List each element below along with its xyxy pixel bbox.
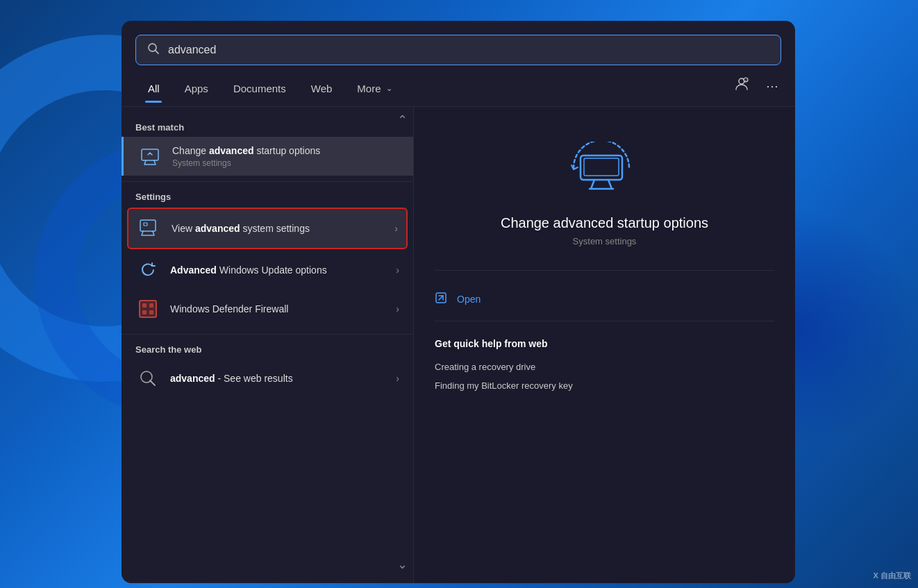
chevron-right-icon-3: › [396,303,399,314]
settings-item-1-title: View advanced system settings [172,222,389,235]
open-action[interactable]: Open [435,285,774,314]
chevron-right-icon-2: › [396,264,399,276]
best-match-text: Change advanced startup options System s… [172,144,399,168]
web-search-icon [135,366,160,391]
chevron-right-icon-4: › [396,373,399,384]
svg-rect-12 [142,310,147,314]
svg-rect-17 [584,158,619,176]
main-content: ⌃ Best match Change advanced startup opt… [122,107,795,583]
tab-more[interactable]: More ⌄ [344,77,404,103]
right-panel-main-icon [570,142,640,197]
tab-all[interactable]: All [135,77,172,103]
firewall-icon [135,296,160,321]
best-match-item[interactable]: Change advanced startup options System s… [122,137,413,176]
tab-documents[interactable]: Documents [221,77,299,103]
help-link-1[interactable]: Creating a recovery drive [435,358,774,376]
search-icon [147,42,160,58]
more-options-icon[interactable]: ⋯ [763,76,781,96]
right-panel-title: Change advanced startup options [435,214,774,232]
watermark: X 自由互联 [874,571,911,581]
svg-rect-7 [144,223,147,226]
svg-rect-13 [149,310,153,314]
startup-options-icon [137,144,162,169]
settings-item-firewall[interactable]: Windows Defender Firewall › [122,289,413,328]
tabs-row: All Apps Documents Web More ⌄ + ⋯ [122,65,795,107]
open-label: Open [457,294,481,305]
left-panel: ⌃ Best match Change advanced startup opt… [122,107,413,583]
best-match-title: Change advanced startup options [172,144,399,157]
best-match-label: Best match [122,118,413,137]
svg-line-15 [150,380,155,385]
quick-help-label: Get quick help from web [435,338,774,349]
chevron-right-icon-1: › [394,223,398,234]
search-web-title: advanced - See web results [170,372,390,385]
svg-text:+: + [744,78,747,83]
system-settings-icon [137,216,162,241]
start-menu: advanced All Apps Documents Web More ⌄ +… [122,21,795,583]
chevron-down-icon: ⌄ [386,84,392,93]
windows-update-icon [135,258,160,283]
svg-rect-6 [140,220,156,231]
search-web-label: Search the web [122,340,413,359]
svg-line-19 [439,296,443,300]
tab-action-icons: + ⋯ [731,74,781,106]
scroll-up-indicator: ⌃ [397,112,408,128]
right-panel-subtitle: System settings [435,236,774,246]
svg-rect-8 [140,301,156,317]
right-icon-area [435,128,774,214]
right-panel: Change advanced startup options System s… [413,107,795,583]
right-divider [435,270,774,271]
svg-rect-5 [142,149,158,160]
tab-apps[interactable]: Apps [172,77,221,103]
tab-web[interactable]: Web [299,77,345,103]
settings-item-view-advanced[interactable]: View advanced system settings › [127,208,408,249]
search-container: advanced [122,21,795,65]
search-input-value: advanced [168,44,769,56]
scroll-down-indicator: ⌄ [397,557,408,572]
settings-item-windows-update[interactable]: Advanced Windows Update options › [122,251,413,289]
open-icon [435,292,447,307]
settings-item-1-text: View advanced system settings [172,222,389,235]
settings-label: Settings [122,187,413,206]
best-match-subtitle: System settings [172,158,399,168]
svg-line-1 [156,51,159,54]
settings-item-2-text: Advanced Windows Update options [170,264,390,276]
divider-2 [122,334,413,335]
divider-1 [122,181,413,182]
right-divider-2 [435,321,774,321]
settings-item-3-title: Windows Defender Firewall [170,303,390,315]
svg-rect-10 [142,303,147,308]
settings-item-3-text: Windows Defender Firewall [170,303,390,315]
search-web-item[interactable]: advanced - See web results › [122,359,413,398]
help-link-2[interactable]: Finding my BitLocker recovery key [435,376,774,395]
account-icon[interactable]: + [731,74,752,98]
svg-rect-11 [149,303,153,308]
search-bar[interactable]: advanced [135,35,781,65]
search-web-text: advanced - See web results [170,372,390,385]
settings-item-2-title: Advanced Windows Update options [170,264,390,276]
